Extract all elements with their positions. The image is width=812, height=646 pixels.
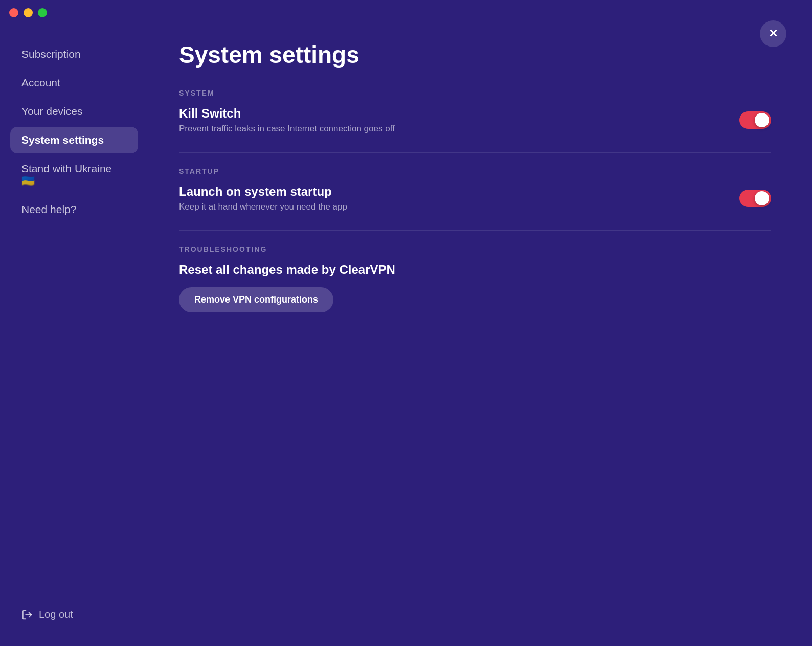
sidebar-item-account[interactable]: Account [10, 70, 138, 96]
sidebar-item-system-settings[interactable]: System settings [10, 127, 138, 153]
section-system: SYSTEM Kill Switch Prevent traffic leaks… [179, 89, 771, 134]
launch-startup-info: Launch on system startup Keep it at hand… [179, 184, 739, 212]
setting-kill-switch: Kill Switch Prevent traffic leaks in cas… [179, 106, 771, 134]
section-startup: STARTUP Launch on system startup Keep it… [179, 167, 771, 212]
sidebar-item-subscription[interactable]: Subscription [10, 41, 138, 67]
traffic-light-red[interactable] [9, 8, 18, 17]
logout-label: Log out [39, 609, 73, 620]
sidebar: Subscription Account Your devices System… [0, 26, 148, 646]
kill-switch-info: Kill Switch Prevent traffic leaks in cas… [179, 106, 739, 134]
kill-switch-toggle[interactable] [739, 111, 771, 129]
section-system-label: SYSTEM [179, 89, 771, 97]
launch-startup-title: Launch on system startup [179, 184, 724, 199]
launch-startup-toggle-track[interactable] [739, 190, 771, 207]
kill-switch-toggle-track[interactable] [739, 111, 771, 129]
kill-switch-title: Kill Switch [179, 106, 724, 121]
traffic-light-green[interactable] [38, 8, 47, 17]
divider-2 [179, 230, 771, 231]
kill-switch-desc: Prevent traffic leaks in case Internet c… [179, 124, 724, 134]
section-troubleshooting: TROUBLESHOOTING Reset all changes made b… [179, 245, 771, 312]
close-button[interactable]: ✕ [760, 20, 786, 47]
sidebar-item-your-devices[interactable]: Your devices [10, 98, 138, 125]
divider-1 [179, 152, 771, 153]
sidebar-logout: Log out [0, 604, 148, 631]
kill-switch-toggle-thumb [755, 113, 769, 127]
launch-startup-toggle[interactable] [739, 190, 771, 207]
section-startup-label: STARTUP [179, 167, 771, 175]
launch-startup-desc: Keep it at hand whenever you need the ap… [179, 202, 724, 212]
reset-changes-info: Reset all changes made by ClearVPN [179, 263, 771, 277]
sidebar-item-need-help[interactable]: Need help? [10, 196, 138, 223]
launch-startup-toggle-thumb [755, 191, 769, 205]
titlebar [0, 0, 812, 26]
page-title: System settings [179, 41, 771, 68]
logout-button[interactable]: Log out [10, 604, 84, 626]
content-area: System settings SYSTEM Kill Switch Preve… [148, 26, 812, 646]
remove-vpn-configurations-button[interactable]: Remove VPN configurations [179, 287, 333, 312]
reset-changes-title: Reset all changes made by ClearVPN [179, 263, 756, 277]
logout-icon [21, 609, 33, 620]
sidebar-nav: Subscription Account Your devices System… [0, 41, 148, 604]
sidebar-item-stand-with-ukraine[interactable]: Stand with Ukraine 🇺🇦 [10, 155, 138, 194]
setting-launch-startup: Launch on system startup Keep it at hand… [179, 184, 771, 212]
section-troubleshooting-label: TROUBLESHOOTING [179, 245, 771, 253]
main-layout: Subscription Account Your devices System… [0, 26, 812, 646]
traffic-light-yellow[interactable] [24, 8, 33, 17]
